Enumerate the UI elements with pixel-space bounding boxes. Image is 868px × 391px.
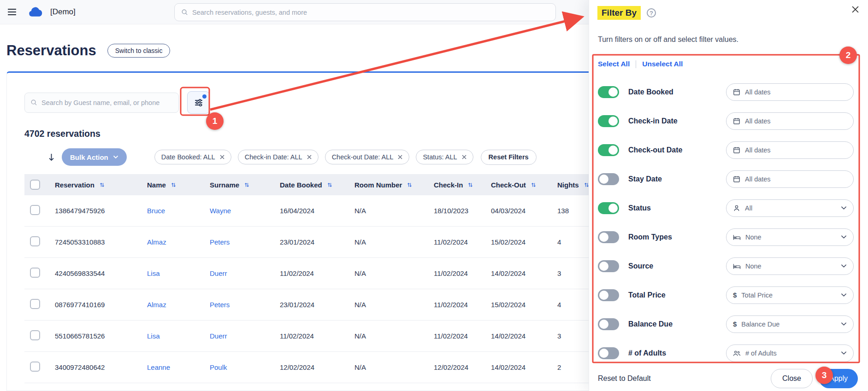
- cell-check-out: 04/03/2024: [484, 207, 550, 215]
- filter-toggle[interactable]: [598, 347, 619, 359]
- filter-value-control[interactable]: None: [726, 257, 854, 275]
- select-all-checkbox[interactable]: [30, 180, 40, 190]
- column-header[interactable]: Surname: [202, 181, 272, 189]
- reset-filters-button[interactable]: Reset Filters: [481, 150, 537, 165]
- app-logo-cloud-icon[interactable]: [28, 7, 43, 17]
- guest-search[interactable]: [24, 93, 179, 113]
- filter-chip[interactable]: Check-in Date: ALL: [238, 150, 319, 164]
- filter-value-control[interactable]: $ Balance Due: [726, 315, 854, 333]
- cell-name-link[interactable]: Lisa: [140, 332, 202, 340]
- cell-surname-link[interactable]: Peters: [202, 238, 272, 246]
- column-header[interactable]: Reservation: [47, 181, 140, 189]
- filter-toggle[interactable]: [598, 260, 619, 272]
- filter-chips: Date Booked: ALL Check-in Date: ALL Chec…: [154, 150, 473, 164]
- filter-label: Date Booked: [628, 88, 726, 96]
- chip-close-icon[interactable]: [398, 155, 402, 159]
- row-checkbox[interactable]: [30, 362, 40, 372]
- sort-icon[interactable]: [407, 182, 413, 188]
- row-checkbox[interactable]: [30, 236, 40, 246]
- cell-reservation: 7245053310883: [47, 238, 140, 246]
- chevron-down-icon: [841, 351, 847, 355]
- row-checkbox[interactable]: [30, 268, 40, 278]
- cell-name-link[interactable]: Almaz: [140, 301, 202, 309]
- filter-toggle-button[interactable]: [187, 91, 210, 114]
- row-checkbox[interactable]: [30, 299, 40, 309]
- annotation-step-2: 2: [839, 47, 857, 64]
- row-checkbox-cell: [24, 236, 47, 248]
- cell-name-link[interactable]: Almaz: [140, 238, 202, 246]
- filter-toggle[interactable]: [598, 318, 619, 330]
- filter-value-control[interactable]: All dates: [726, 83, 854, 101]
- sort-icon[interactable]: [327, 182, 333, 188]
- help-icon[interactable]: ?: [647, 8, 656, 18]
- chip-close-icon[interactable]: [220, 155, 224, 159]
- cell-name-link[interactable]: Leanne: [140, 363, 202, 371]
- close-icon[interactable]: [852, 6, 859, 13]
- row-checkbox[interactable]: [30, 330, 40, 340]
- guest-search-input[interactable]: [41, 99, 173, 106]
- column-header[interactable]: Room Number: [347, 181, 426, 189]
- cell-surname-link[interactable]: Duerr: [202, 332, 272, 340]
- column-header[interactable]: Date Booked: [272, 181, 347, 189]
- cell-reservation: 5510665781526: [47, 332, 140, 340]
- switch-to-classic-button[interactable]: Switch to classic: [107, 44, 171, 58]
- filter-row: Status All: [598, 193, 854, 222]
- cell-surname-link[interactable]: Peters: [202, 301, 272, 309]
- sort-icon[interactable]: [531, 182, 537, 188]
- chip-close-icon[interactable]: [462, 155, 466, 159]
- sort-icon[interactable]: [244, 182, 250, 188]
- filter-chip-label: Check-in Date: ALL: [245, 153, 302, 161]
- sort-icon[interactable]: [99, 182, 105, 188]
- global-search[interactable]: [174, 3, 556, 21]
- chevron-down-icon: [841, 206, 847, 210]
- column-header[interactable]: Check-In: [426, 181, 484, 189]
- row-checkbox[interactable]: [30, 205, 40, 215]
- unselect-all-link[interactable]: Unselect All: [642, 60, 683, 68]
- cell-surname-link[interactable]: Wayne: [202, 207, 272, 215]
- select-all-link[interactable]: Select All: [598, 60, 630, 68]
- cell-name-link[interactable]: Lisa: [140, 269, 202, 277]
- select-all-cell: [24, 180, 47, 190]
- cell-room-number: N/A: [347, 207, 426, 215]
- sort-icon[interactable]: [467, 182, 473, 188]
- cell-surname-link[interactable]: Poulk: [202, 363, 272, 371]
- filter-value-control[interactable]: All: [726, 199, 854, 217]
- filter-value-control[interactable]: $ Total Price: [726, 286, 854, 304]
- filter-toggle[interactable]: [598, 115, 619, 127]
- column-header[interactable]: Check-Out: [484, 181, 550, 189]
- filter-value-control[interactable]: All dates: [726, 170, 854, 188]
- filter-value-control[interactable]: All dates: [726, 141, 854, 159]
- filter-chip[interactable]: Check-out Date: ALL: [325, 150, 410, 164]
- filter-control-icon: [733, 175, 740, 183]
- filter-toggle[interactable]: [598, 86, 619, 98]
- column-header[interactable]: Name: [140, 181, 202, 189]
- filter-toggle[interactable]: [598, 231, 619, 243]
- cell-name-link[interactable]: Bruce: [140, 207, 202, 215]
- filter-value-control[interactable]: # of Adults: [726, 344, 854, 362]
- global-search-input[interactable]: [192, 9, 549, 16]
- toggle-knob: [608, 204, 618, 213]
- chip-close-icon[interactable]: [307, 155, 312, 159]
- filter-value-control[interactable]: All dates: [726, 112, 854, 130]
- row-checkbox-cell: [24, 205, 47, 216]
- cell-surname-link[interactable]: Duerr: [202, 269, 272, 277]
- filter-value-control[interactable]: None: [726, 228, 854, 246]
- filter-chip[interactable]: Date Booked: ALL: [154, 150, 231, 164]
- cell-check-in: 11/02/2024: [426, 238, 484, 246]
- filter-row: # of Adults # of Adults: [598, 338, 854, 368]
- reset-to-default-link[interactable]: Reset to Default: [598, 374, 651, 383]
- filter-toggle[interactable]: [598, 289, 619, 301]
- filter-toggle[interactable]: [598, 202, 619, 214]
- filter-toggle[interactable]: [598, 144, 619, 156]
- sort-direction-icon[interactable]: [47, 153, 55, 162]
- column-header-label: Check-In: [434, 181, 463, 189]
- chevron-down-icon: [841, 235, 847, 239]
- filter-control-icon: [733, 234, 741, 240]
- filter-toggle[interactable]: [598, 173, 619, 185]
- sort-icon[interactable]: [171, 182, 177, 188]
- column-header[interactable]: Nights: [550, 181, 587, 189]
- close-button[interactable]: Close: [771, 369, 813, 388]
- menu-icon[interactable]: [7, 8, 17, 16]
- bulk-action-button[interactable]: Bulk Action: [62, 148, 127, 166]
- filter-chip[interactable]: Status: ALL: [416, 150, 473, 164]
